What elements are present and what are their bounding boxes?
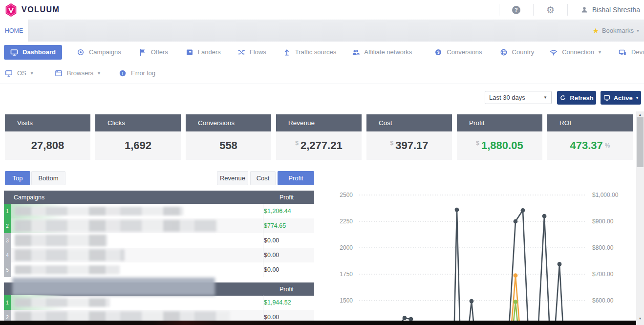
secondary-nav: OS ▾ Browsers ▾ ! Error log <box>0 63 644 84</box>
help-icon[interactable]: ? <box>512 6 520 14</box>
profit-column-header: Profit <box>259 286 314 293</box>
nav-conversions[interactable]: $ Conversions <box>434 48 482 56</box>
stat-label: Cost <box>366 114 452 131</box>
dollar-prefix: $ <box>390 140 394 147</box>
rank-badge: 2 <box>4 218 11 233</box>
gear-icon[interactable]: ⚙ <box>546 5 555 15</box>
devices-icon <box>619 48 627 56</box>
user-icon <box>580 6 588 14</box>
bookmarks-label: Bookmarks <box>602 27 634 34</box>
scroll-down-icon[interactable]: ▼ <box>636 317 644 320</box>
user-name: Bishal Shrestha <box>592 6 640 14</box>
rank-badge: 3 <box>4 233 11 248</box>
error-log-icon: ! <box>119 69 127 77</box>
active-filter-button[interactable]: Active ▾ <box>601 91 641 105</box>
visits-data-point <box>542 214 547 218</box>
svg-text:$: $ <box>437 50 440 55</box>
scope-tab-bottom[interactable]: Bottom <box>31 171 65 185</box>
country-icon <box>500 48 508 56</box>
bookmark-star-icon: ★ <box>592 27 599 34</box>
active-monitor-icon <box>603 94 610 101</box>
nav-flows[interactable]: Flows <box>237 48 266 56</box>
revenue-data-point <box>514 273 518 278</box>
column-divider <box>263 204 263 277</box>
profit-value: $0.00 <box>264 248 279 262</box>
chevron-down-icon: ▾ <box>636 95 639 100</box>
redacted-row-name <box>15 298 110 307</box>
visits-data-point <box>455 208 459 212</box>
select-arrow-icon: ▼ <box>543 95 547 100</box>
table-row[interactable]: 1 $1,944.52 <box>4 295 314 310</box>
nav-affiliate-networks[interactable]: Affiliate networks <box>352 48 412 56</box>
right-axis-tick: $600.00 <box>592 297 614 304</box>
stat-label: Profit <box>457 114 542 131</box>
nav-devices[interactable]: Devices ▾ <box>619 48 644 56</box>
divider <box>533 4 534 16</box>
refresh-button[interactable]: Refresh <box>557 91 596 105</box>
voluum-logo[interactable]: VOLUUM <box>5 3 60 17</box>
stat-card-revenue: Revenue $2,277.21 <box>276 114 362 160</box>
table-row[interactable]: 1 $1,206.44 <box>4 204 314 218</box>
svg-text:!: ! <box>122 71 124 76</box>
bookmarks-menu[interactable]: ★ Bookmarks ▾ <box>592 20 639 42</box>
rank-badge: 4 <box>4 248 11 262</box>
stat-label: Clicks <box>95 114 181 131</box>
dashboard-icon <box>10 48 18 56</box>
stat-card-clicks: Clicks 1,692 <box>95 114 181 160</box>
metric-tab-revenue[interactable]: Revenue <box>217 171 248 185</box>
nav-offers[interactable]: Offers <box>139 48 168 56</box>
redacted-campaign-name <box>15 265 120 274</box>
voluum-dashboard: VOLUUM ? ⚙ Bishal Shrestha HOME ★ <box>0 0 644 325</box>
profit-column-header: Profit <box>259 194 314 201</box>
stat-card-profit: Profit $1,880.05 <box>457 114 542 160</box>
scope-tab-top[interactable]: Top <box>5 171 30 185</box>
visits-series-line <box>384 210 564 321</box>
profit-value: $774.65 <box>264 218 286 233</box>
stat-label: Conversions <box>186 114 271 131</box>
date-range-select[interactable]: Last 30 days ▼ <box>485 91 552 104</box>
affiliate-networks-icon <box>352 48 360 56</box>
connection-icon <box>550 48 558 56</box>
scrollbar-thumb[interactable] <box>637 117 644 167</box>
nav-country[interactable]: Country <box>500 48 535 56</box>
stat-card-conversions: Conversions 558 <box>186 114 271 160</box>
profit-value: $0.00 <box>264 262 279 277</box>
visits-data-point <box>409 317 413 321</box>
nav-campaigns[interactable]: Campaigns <box>77 48 121 56</box>
chevron-down-icon: ▾ <box>637 28 639 33</box>
nav-os[interactable]: OS ▾ <box>5 69 33 77</box>
stat-value: 1,692 <box>125 139 151 152</box>
browsers-icon <box>55 69 63 77</box>
nav-browsers[interactable]: Browsers ▾ <box>55 69 100 77</box>
campaigns-column-header: Campaigns <box>14 194 44 201</box>
left-axis-tick: 2000 <box>340 244 353 251</box>
metric-tab-profit[interactable]: Profit <box>278 171 314 185</box>
redacted-campaign-name <box>15 207 183 216</box>
visits-data-point <box>521 208 525 213</box>
table-row[interactable]: 2 $774.65 <box>4 218 314 233</box>
percent-suffix: % <box>605 142 610 149</box>
user-menu[interactable]: Bishal Shrestha <box>580 6 640 14</box>
metric-tab-cost[interactable]: Cost <box>250 171 276 185</box>
tab-home[interactable]: HOME <box>0 20 28 42</box>
scroll-up-icon[interactable]: ▲ <box>636 113 644 116</box>
workspace-tabs-row: HOME ★ Bookmarks ▾ <box>0 20 644 42</box>
table-row[interactable]: 3 $0.00 <box>4 233 314 248</box>
vertical-scrollbar[interactable]: ▲ ▼ <box>636 111 644 325</box>
redacted-table-title <box>12 278 215 296</box>
right-axis-tick: $700.00 <box>592 271 614 278</box>
traffic-line-chart: 2500$1,000.002250$900.002000$800.001750$… <box>322 183 636 321</box>
stat-value: 473.37 <box>570 139 603 152</box>
table-row[interactable]: 4 $0.00 <box>4 248 314 262</box>
nav-dashboard[interactable]: Dashboard <box>4 45 62 60</box>
nav-landers[interactable]: Landers <box>186 48 221 56</box>
flows-icon <box>237 48 245 56</box>
divider <box>499 4 499 16</box>
visits-data-point <box>403 316 407 320</box>
nav-traffic-sources[interactable]: Traffic sources <box>283 48 337 56</box>
table-row[interactable]: 5 $0.00 <box>4 262 314 277</box>
nav-connection[interactable]: Connection ▾ <box>550 48 601 56</box>
rank-badge: 5 <box>4 262 11 277</box>
stat-label: Revenue <box>276 114 362 131</box>
nav-error-log[interactable]: ! Error log <box>119 69 155 77</box>
